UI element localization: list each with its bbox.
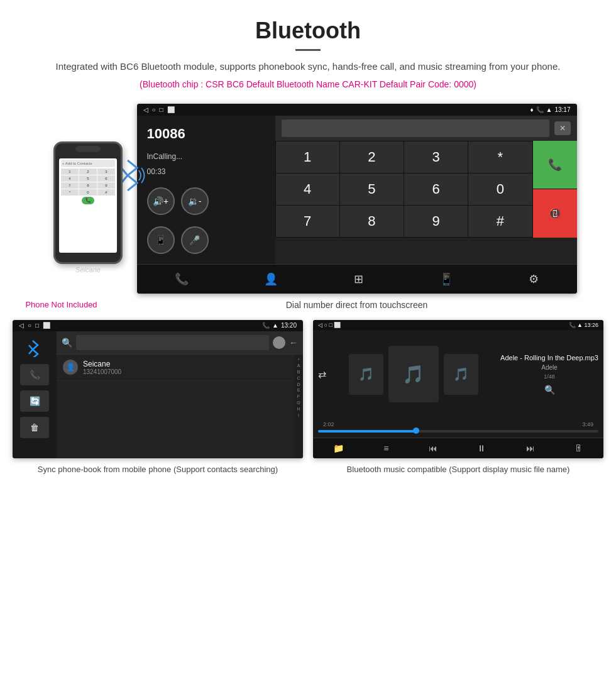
alpha-e[interactable]: E [297,387,300,394]
call-right-panel: ✕ 1 2 3 * 4 5 6 0 [275,116,577,264]
pb-status-bar: ◁ ○ □ ⬜ 📞 ▲ 13:20 [13,320,303,331]
alpha-d[interactable]: D [297,382,300,388]
pb-back-arrow: ← [289,338,298,348]
music-status-right: 📞 ▲ 13:26 [569,322,598,328]
pb-left-panel: 📞 🔄 🗑 [13,331,57,458]
pb-phone-icon: 📞 [262,322,270,329]
key-5[interactable]: 5 [340,174,404,205]
music-progress-fill [318,430,416,433]
pb-back: ◁ [19,322,24,329]
phone-icon: 📞 [536,106,544,113]
nav-phone[interactable]: 📞 [165,270,199,289]
pb-phone-btn[interactable]: 📞 [20,364,49,385]
volume-down-btn[interactable]: 🔉- [181,187,209,215]
pb-alpha-bar: * A B C D E F G H I [294,355,303,458]
music-info-side: Adele - Rolling In the Deep.mp3 Adele 1/… [500,335,598,414]
alpha-h[interactable]: H [297,406,300,412]
music-card: ◁ ○ □ ⬜ 📞 ▲ 13:26 ⇄ [313,320,603,476]
nav-contacts[interactable]: 👤 [254,270,288,289]
search-icon: 🔍 [62,338,72,348]
call-number: 10086 [147,126,265,142]
music-list-icon[interactable]: ≡ [378,442,393,455]
alpha-f[interactable]: F [297,394,300,400]
svg-line-3 [29,350,33,354]
pb-contact-info: Seicane 13241007000 [83,360,288,375]
key-1[interactable]: 1 [276,141,339,173]
alpha-i[interactable]: I [298,412,299,419]
key-2[interactable]: 2 [340,141,404,173]
music-time-current: 2:02 [323,421,334,428]
key-hash[interactable]: # [468,206,532,237]
phone-key-3: 3 [97,168,115,175]
key-9[interactable]: 9 [404,206,468,237]
alpha-g[interactable]: G [297,400,300,406]
pb-gray-dot [273,336,285,349]
album-art-next: 🎵 [444,354,478,395]
alpha-a[interactable]: A [297,363,300,369]
phonebook-card: ◁ ○ □ ⬜ 📞 ▲ 13:20 [13,320,303,476]
pb-recent: □ [35,322,39,329]
alpha-c[interactable]: C [297,375,300,382]
page-header: Bluetooth Integrated with BC6 Bluetooth … [0,0,616,97]
music-screen: ◁ ○ □ ⬜ 📞 ▲ 13:26 ⇄ [313,320,603,458]
music-progress-bar[interactable] [318,430,598,433]
call-screen: 10086 InCalling... 00:33 🔊+ 🔉- 📱 🎤 ✕ [137,116,577,264]
back-btn: ◁ [143,106,148,113]
nav-messages[interactable]: 📱 [429,270,463,289]
key-star[interactable]: * [468,141,532,173]
backspace-btn[interactable]: ✕ [554,121,571,135]
phone-key-2: 2 [79,168,97,175]
ms-back: ◁ [318,322,322,328]
music-search-icon[interactable]: 🔍 [500,385,598,395]
phone-key-5: 5 [79,175,97,182]
pb-delete-btn[interactable]: 🗑 [20,417,49,438]
music-caption: Bluetooth music compatible (Support disp… [313,458,603,476]
nav-settings[interactable]: ⚙ [519,270,549,289]
wifi-icon: ▲ [546,106,553,113]
call-action-btns: 📞 📵 [533,141,577,238]
alpha-b[interactable]: B [297,369,300,375]
music-caption-text: Bluetooth music compatible (Support disp… [347,465,570,474]
key-4[interactable]: 4 [276,174,339,205]
hang-up-btn[interactable]: 📵 [533,189,577,238]
music-track-title: Adele - Rolling In the Deep.mp3 [500,354,598,361]
location-icon: ♦ [530,106,533,113]
mute-btn[interactable]: 🎤 [181,226,209,254]
alpha-star[interactable]: * [298,357,300,363]
ms-time: 13:26 [584,322,598,328]
pb-right-panel: 🔍 ← 👤 Seicane 13241007000 [57,331,303,458]
bluetooth-icon [28,339,41,357]
key-8[interactable]: 8 [340,206,404,237]
phone-mockup: + Add to Contacts 1 2 3 4 5 6 7 8 9 * 0 [53,141,123,264]
pb-search-bar: 🔍 ← [57,331,303,355]
shuffle-icon[interactable]: ⇄ [318,368,326,380]
music-bottom-bar: 📁 ≡ ⏮ ⏸ ⏭ 🎚 [313,438,603,458]
pb-sync-btn[interactable]: 🔄 [20,390,49,412]
pb-bluetooth-btn[interactable] [20,338,49,359]
music-play-icon[interactable]: ⏸ [472,442,491,455]
notification-icon: ⬜ [167,106,175,113]
title-divider [295,49,321,51]
music-next-icon[interactable]: ⏭ [521,442,540,455]
pb-contact-item: 👤 Seicane 13241007000 [57,355,294,381]
key-3[interactable]: 3 [404,141,468,173]
music-track-count: 1/48 [500,373,598,380]
car-nav-bar: 📞 👤 ⊞ 📱 ⚙ [137,264,577,294]
music-folder-icon[interactable]: 📁 [328,442,349,455]
music-eq-icon[interactable]: 🎚 [569,442,588,455]
transfer-btn[interactable]: 📱 [147,226,175,254]
nav-dialpad[interactable]: ⊞ [344,270,373,289]
pb-contact-list: 👤 Seicane 13241007000 [57,355,294,458]
main-section: + Add to Contacts 1 2 3 4 5 6 7 8 9 * 0 [0,97,616,294]
dialpad-input[interactable] [282,119,549,137]
pb-contact-name: Seicane [83,360,288,368]
key-6[interactable]: 6 [404,174,468,205]
answer-btn[interactable]: 📞 [533,141,577,189]
music-prev-icon[interactable]: ⏮ [424,442,443,455]
key-7[interactable]: 7 [276,206,339,237]
music-progress-area: 2:02 3:49 [313,419,603,438]
dialpad-area: 1 2 3 * 4 5 6 0 7 8 9 # [275,141,577,238]
key-0[interactable]: 0 [468,174,532,205]
pb-search-input[interactable] [76,335,269,350]
volume-up-btn[interactable]: 🔊+ [147,187,175,215]
